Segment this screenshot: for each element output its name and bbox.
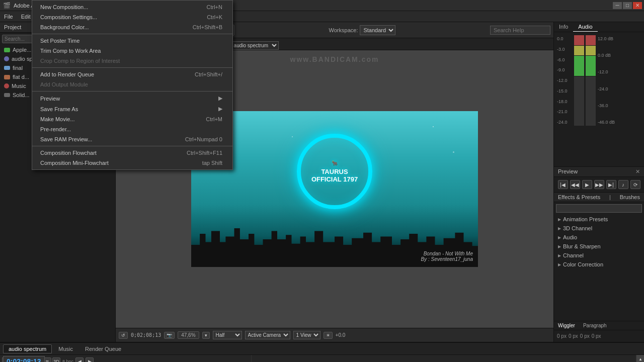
menu-save-frame-as[interactable]: Save Frame As ▶ (32, 104, 232, 114)
menu-comp-mini-flowchart[interactable]: Composition Mini-Flowchart tap Shift (32, 158, 232, 168)
composition-dropdown-menu: New Composition... Ctrl+N Composition Se… (32, 0, 233, 170)
menu-set-poster-time[interactable]: Set Poster Time (32, 36, 232, 46)
menu-crop-comp: Crop Comp to Region of Interest (32, 56, 232, 66)
menu-comp-flowchart[interactable]: Composition Flowchart Ctrl+Shift+F11 (32, 148, 232, 158)
menu-pre-render[interactable]: Pre-render... (32, 124, 232, 134)
menu-separator-1 (32, 34, 232, 34)
menu-add-render-queue[interactable]: Add to Render Queue Ctrl+Shift+/ (32, 69, 232, 79)
dropdown-overlay: New Composition... Ctrl+N Composition Se… (0, 0, 644, 362)
menu-separator-2 (32, 67, 232, 68)
menu-new-composition[interactable]: New Composition... Ctrl+N (32, 2, 232, 12)
menu-background-color[interactable]: Background Color... Ctrl+Shift+B (32, 22, 232, 32)
arrow-icon-2: ▶ (218, 106, 222, 112)
menu-separator-3 (32, 91, 232, 92)
menu-make-movie[interactable]: Make Movie... Ctrl+M (32, 114, 232, 124)
arrow-icon: ▶ (218, 95, 222, 102)
menu-composition-settings[interactable]: Composition Settings... Ctrl+K (32, 12, 232, 22)
menu-separator-4 (32, 146, 232, 146)
menu-add-output-module: Add Output Module (32, 79, 232, 89)
menu-trim-comp[interactable]: Trim Comp to Work Area (32, 46, 232, 56)
menu-preview[interactable]: Preview ▶ (32, 93, 232, 104)
menu-save-ram-preview[interactable]: Save RAM Preview... Ctrl+Numpad 0 (32, 134, 232, 144)
